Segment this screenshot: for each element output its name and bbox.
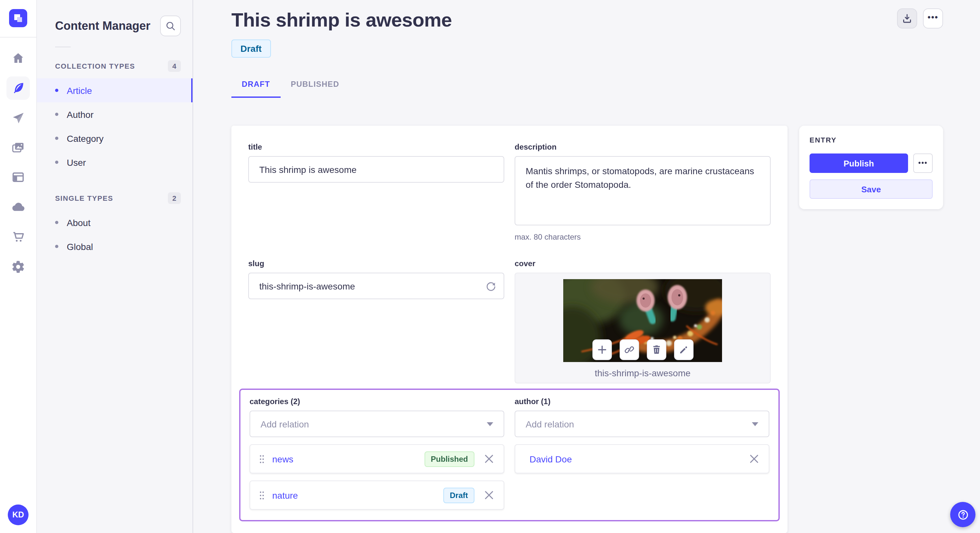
slug-input[interactable] [248,273,504,299]
remove-relation-button[interactable] [749,453,760,464]
bullet-icon [55,245,58,248]
bullet-icon [55,89,58,92]
home-button[interactable] [6,47,30,70]
drag-handle-icon[interactable] [259,454,264,463]
gear-icon [11,260,25,274]
bullet-icon [55,160,58,164]
plus-icon [597,344,607,355]
title-label: title [248,143,504,152]
more-icon: ••• [918,159,928,166]
collection-types-section: COLLECTION TYPES 4 Article Author Catego… [37,56,192,174]
sidebar-item-user[interactable]: User [37,150,192,174]
collection-types-count: 4 [168,60,181,72]
chevron-down-icon [487,422,493,426]
sidebar-item-about[interactable]: About [37,211,192,235]
avatar[interactable]: KD [8,504,29,525]
relation-link[interactable]: news [272,454,293,464]
media-library-button[interactable] [6,136,30,159]
title-input[interactable] [248,156,504,182]
content-manager-button[interactable] [6,76,30,100]
chevron-down-icon [752,422,758,426]
relation-link[interactable]: nature [272,490,298,500]
add-media-button[interactable] [592,339,611,360]
publish-button[interactable]: Publish [810,154,908,173]
strapi-logo[interactable] [9,9,27,27]
relation-status-badge: Draft [443,487,474,503]
close-icon [750,455,758,463]
main-content: ••• This shrimp is awesome Draft DRAFT P… [193,0,980,533]
paper-plane-icon [11,111,25,125]
single-types-section: SINGLE TYPES 2 About Global [37,189,192,259]
edit-media-button[interactable] [674,339,693,360]
tab-draft[interactable]: DRAFT [231,73,280,98]
author-label: author (1) [515,397,769,406]
download-icon [902,13,913,24]
content-type-builder-button[interactable] [6,166,30,189]
sidebar-divider [55,47,71,47]
document-title: This shrimp is awesome [231,9,980,31]
deploy-cloud-button[interactable] [6,195,30,219]
sidebar-item-label: About [67,217,91,228]
relation-item-nature: nature Draft [250,481,504,510]
question-icon [956,508,969,521]
entry-panel: ENTRY Publish ••• Save [799,125,943,209]
export-button[interactable] [897,8,917,29]
copy-link-button[interactable] [619,339,639,360]
remove-relation-button[interactable] [484,453,495,464]
description-field: description Mantis shrimps, or stomatopo… [515,143,771,241]
cover-actions [592,339,693,360]
search-button[interactable] [160,16,181,36]
relation-status-badge: Published [424,451,474,466]
version-tabs: DRAFT PUBLISHED [231,73,980,98]
media-library-icon [11,141,25,155]
remove-relation-button[interactable] [484,490,495,501]
sidebar-item-global[interactable]: Global [37,235,192,259]
single-types-count: 2 [168,192,181,204]
release-button[interactable] [6,106,30,130]
settings-button[interactable] [6,255,30,279]
tab-published[interactable]: PUBLISHED [280,73,350,98]
description-input[interactable]: Mantis shrimps, or stomatopods, are mari… [515,156,771,225]
search-icon [165,21,176,31]
add-relation-placeholder: Add relation [526,419,574,429]
categories-label: categories (2) [250,397,504,406]
relation-item-news: news Published [250,444,504,473]
cart-icon [11,230,25,244]
categories-add-relation-select[interactable]: Add relation [250,411,504,437]
more-options-button[interactable]: ••• [923,8,943,29]
sidebar-item-label: Global [67,241,93,252]
cover-field: cover [515,259,771,383]
sidebar-item-label: Article [67,85,92,95]
close-icon [485,491,493,499]
marketplace-button[interactable] [6,225,30,249]
pencil-icon [678,344,689,355]
home-icon [11,51,25,65]
slug-label: slug [248,259,504,268]
sidebar: Content Manager COLLECTION TYPES 4 Artic… [37,0,193,533]
sidebar-item-category[interactable]: Category [37,126,192,150]
bullet-icon [55,113,58,116]
sidebar-item-label: Category [67,133,104,143]
relations-highlight-box: categories (2) Add relation news [239,389,780,521]
nav-rail: KD [0,0,37,533]
categories-field: categories (2) Add relation news [250,397,504,510]
rail-nav [6,38,30,279]
author-add-relation-select[interactable]: Add relation [515,411,769,437]
status-badge: Draft [231,40,270,58]
strapi-logo-icon [13,13,23,23]
delete-media-button[interactable] [646,339,666,360]
description-label: description [515,143,771,152]
entry-more-button[interactable]: ••• [913,154,933,173]
author-field: author (1) Add relation David Doe [515,397,769,473]
add-relation-placeholder: Add relation [261,419,309,429]
feather-icon [11,81,25,95]
sidebar-item-author[interactable]: Author [37,102,192,126]
relation-link[interactable]: David Doe [530,454,572,464]
page-title: Content Manager [55,19,150,33]
help-button[interactable] [950,502,975,527]
drag-handle-icon[interactable] [259,490,264,500]
cover-box: this-shrimp-is-awesome [515,273,771,383]
sidebar-item-article[interactable]: Article [37,78,192,102]
save-button[interactable]: Save [810,179,933,199]
regenerate-slug-button[interactable] [485,281,496,292]
